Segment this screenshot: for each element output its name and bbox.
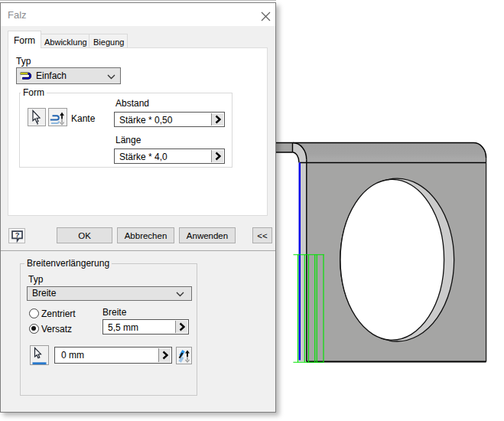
svg-text:?: ? xyxy=(15,230,19,239)
